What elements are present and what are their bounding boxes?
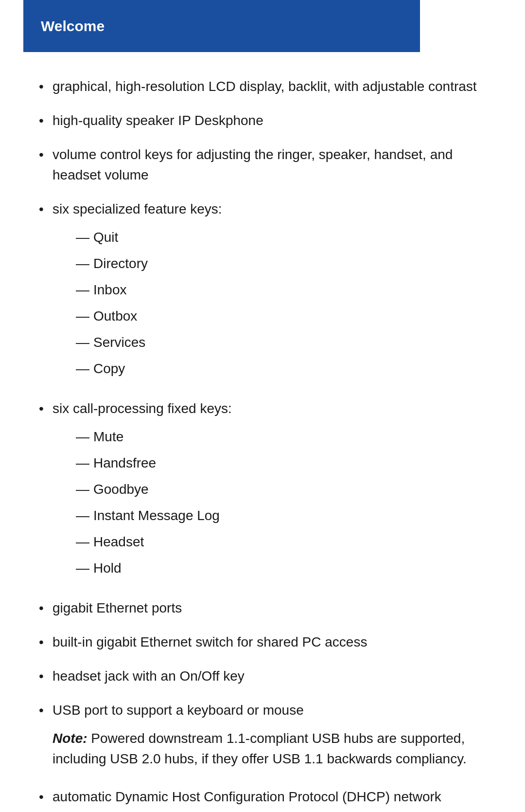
- list-item: • gigabit Ethernet ports: [39, 598, 486, 618]
- sub-item-text: Services: [93, 332, 486, 353]
- bullet-dot: •: [39, 632, 52, 652]
- sub-item-text: Copy: [93, 359, 486, 379]
- bullet-dot: •: [39, 700, 52, 721]
- sub-item-text: Directory: [93, 253, 486, 274]
- sub-item-text: Inbox: [93, 280, 486, 300]
- bullet-text: USB port to support a keyboard or mouse: [52, 703, 304, 718]
- sub-item-text: Mute: [93, 427, 486, 447]
- sub-dash: —: [76, 453, 93, 473]
- list-item: • built-in gigabit Ethernet switch for s…: [39, 632, 486, 652]
- list-item: —Inbox: [52, 280, 486, 300]
- list-item: —Headset: [52, 532, 486, 552]
- sub-dash: —: [76, 280, 93, 300]
- sub-item-text: Instant Message Log: [93, 505, 486, 526]
- list-item: —Hold: [52, 558, 486, 578]
- list-item: —Quit: [52, 227, 486, 248]
- sub-dash: —: [76, 306, 93, 326]
- note-block: Note: Powered downstream 1.1-compliant U…: [52, 728, 486, 769]
- bullet-dot: •: [39, 787, 52, 807]
- bullet-dot: •: [39, 144, 52, 165]
- list-item: • USB port to support a keyboard or mous…: [39, 700, 486, 773]
- note-content: Powered downstream 1.1-compliant USB hub…: [52, 731, 467, 766]
- bullet-dot: •: [39, 598, 52, 618]
- header-bar: Welcome: [23, 0, 420, 52]
- sub-dash: —: [76, 227, 93, 248]
- sub-dash: —: [76, 479, 93, 500]
- list-item: —Directory: [52, 253, 486, 274]
- list-item: —Mute: [52, 427, 486, 447]
- list-item: • six call-processing fixed keys: —Mute …: [39, 398, 486, 584]
- bullet-text: gigabit Ethernet ports: [52, 598, 486, 618]
- bullet-text: volume control keys for adjusting the ri…: [52, 144, 486, 185]
- bullet-dot: •: [39, 398, 52, 419]
- bullet-dot: •: [39, 199, 52, 219]
- bullet-text: graphical, high-resolution LCD display, …: [52, 76, 486, 97]
- bullet-text: headset jack with an On/Off key: [52, 666, 486, 686]
- sub-dash: —: [76, 532, 93, 552]
- header-title: Welcome: [41, 18, 105, 35]
- note-label: Note:: [52, 731, 88, 746]
- sub-dash: —: [76, 427, 93, 447]
- content-area: • graphical, high-resolution LCD display…: [0, 57, 525, 812]
- list-item: • automatic Dynamic Host Configuration P…: [39, 787, 486, 812]
- bullet-text: six specialized feature keys:: [52, 201, 222, 217]
- sub-item-text: Quit: [93, 227, 486, 248]
- bullet-text-with-note: USB port to support a keyboard or mouse …: [52, 700, 486, 773]
- list-item: • high-quality speaker IP Deskphone: [39, 110, 486, 131]
- bullet-dot: •: [39, 666, 52, 686]
- sub-item-text: Handsfree: [93, 453, 486, 473]
- list-item: • headset jack with an On/Off key: [39, 666, 486, 686]
- sub-dash: —: [76, 505, 93, 526]
- list-item: • six specialized feature keys: —Quit —D…: [39, 199, 486, 385]
- sub-dash: —: [76, 359, 93, 379]
- sub-list: —Quit —Directory —Inbox —Outbox —Service…: [52, 227, 486, 379]
- list-item: —Instant Message Log: [52, 505, 486, 526]
- sub-dash: —: [76, 558, 93, 578]
- list-item: —Outbox: [52, 306, 486, 326]
- sub-list: —Mute —Handsfree —Goodbye —Instant Messa…: [52, 427, 486, 578]
- bullet-text: six call-processing fixed keys:: [52, 401, 232, 416]
- bullet-text: built-in gigabit Ethernet switch for sha…: [52, 632, 486, 652]
- sub-item-text: Hold: [93, 558, 486, 578]
- bullet-dot: •: [39, 110, 52, 131]
- bullet-text: automatic Dynamic Host Configuration Pro…: [52, 787, 486, 812]
- list-item: • volume control keys for adjusting the …: [39, 144, 486, 185]
- sub-dash: —: [76, 253, 93, 274]
- main-bullet-list: • graphical, high-resolution LCD display…: [39, 76, 486, 812]
- sub-item-text: Headset: [93, 532, 486, 552]
- list-item: —Goodbye: [52, 479, 486, 500]
- bullet-text: high-quality speaker IP Deskphone: [52, 110, 486, 131]
- sub-item-text: Outbox: [93, 306, 486, 326]
- list-item: —Copy: [52, 359, 486, 379]
- list-item: —Services: [52, 332, 486, 353]
- bullet-text-with-sub: six call-processing fixed keys: —Mute —H…: [52, 398, 486, 584]
- bullet-text-with-sub: six specialized feature keys: —Quit —Dir…: [52, 199, 486, 385]
- list-item: • graphical, high-resolution LCD display…: [39, 76, 486, 97]
- bullet-dot: •: [39, 76, 52, 97]
- sub-dash: —: [76, 332, 93, 353]
- sub-item-text: Goodbye: [93, 479, 486, 500]
- list-item: —Handsfree: [52, 453, 486, 473]
